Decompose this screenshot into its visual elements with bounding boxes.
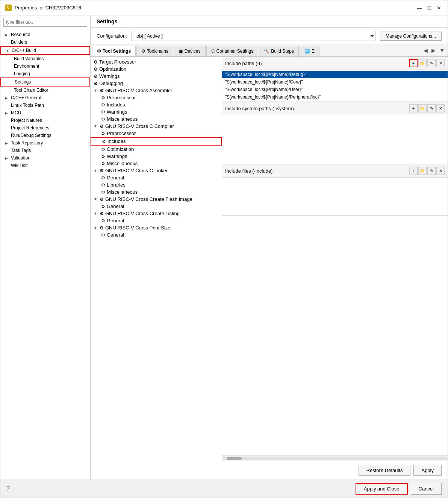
help-icon[interactable]: ? [6,486,10,492]
devices-icon: ▣ [179,49,183,54]
cancel-button[interactable]: Cancel [411,483,442,495]
include-files-list [222,178,448,215]
include-path-item-1[interactable]: "${workspace_loc:/${ProjName}/Debug}" [222,71,448,78]
tabs-menu-button[interactable]: ▼ [438,47,446,54]
tab-devices[interactable]: ▣ Devices [174,46,206,56]
tool-item-optimization-2[interactable]: ⚙ Optimization [91,146,222,153]
expand-icon: ▼ [94,197,98,201]
tool-item-misc-3[interactable]: ⚙ Miscellaneous [91,188,222,196]
sidebar-item-build-variables[interactable]: Build Variables [0,55,90,62]
sys-path-edit-button[interactable]: ✎ [427,104,436,112]
sidebar-item-mcu[interactable]: ▶ MCU [0,109,90,117]
apply-close-button[interactable]: Apply and Close [356,483,408,495]
tab-build-steps-label: Build Steps [271,49,294,54]
tool-item-gnu-c-compiler[interactable]: ▼ ⚙ GNU RISC-V Cross C Compiler [91,123,222,130]
sidebar-item-settings[interactable]: Settings [0,77,90,87]
sidebar-item-cpp-build[interactable]: ▼ C/C++ Build [0,46,90,55]
tab-container-settings[interactable]: ⬡ Container Settings [206,46,259,56]
sidebar-item-environment[interactable]: Environment [0,62,90,70]
tabs-back-button[interactable]: ◀ [422,47,429,54]
tool-item-debugging[interactable]: ⚙ Debugging [91,80,222,87]
include-path-item-4[interactable]: "${workspace_loc:/${ProjName}/Peripheral… [222,93,448,101]
close-button[interactable]: ✕ [435,4,443,12]
include-path-item-3[interactable]: "${workspace_loc:/${ProjName}/User}" [222,86,448,93]
tool-item-gnu-linker[interactable]: ▼ ⚙ GNU RISC-V Cross C Linker [91,167,222,174]
sidebar-item-task-repository[interactable]: ▶ Task Repository [0,139,90,147]
include-system-paths-list [222,115,448,164]
sys-path-add-button[interactable]: + [409,104,418,112]
include-path-add-ws-button[interactable]: 📁 [418,59,427,67]
sidebar-item-run-debug[interactable]: Run/Debug Settings [0,132,90,139]
tool-item-general-2[interactable]: ⚙ General [91,203,222,210]
tab-devices-label: Devices [185,49,201,54]
tool-item-gnu-print[interactable]: ▼ ⚙ GNU RISC-V Cross Print Size [91,224,222,231]
file-add-ws-button[interactable]: 📁 [418,167,427,175]
tool-item-preprocessor-2[interactable]: ⚙ Preprocessor [91,130,222,137]
sidebar-item-cpp-general[interactable]: ▶ C/C++ General [0,94,90,102]
include-path-delete-button[interactable]: ✕ [436,59,445,67]
tabs-forward-button[interactable]: ▶ [430,47,437,54]
file-add-button[interactable]: + [409,167,418,175]
maximize-button[interactable]: □ [425,4,433,12]
tool-item-gnu-flash[interactable]: ▼ ⚙ GNU RISC-V Cross Create Flash Image [91,196,222,203]
sidebar-item-linux-tools[interactable]: Linux Tools Path [0,102,90,109]
gear-icon: ⚙ [100,211,104,216]
sidebar-tree: ▶ Resource Builders ▼ C/C++ Build Build … [0,29,90,480]
tab-toolchains[interactable]: ⚙ Toolchains [136,46,173,56]
apply-button[interactable]: Apply [413,465,442,476]
tool-item-misc-1[interactable]: ⚙ Miscellaneous [91,115,222,123]
sys-path-add-ws-button[interactable]: 📁 [418,104,427,112]
include-files-header: Include files (-include) + 📁 ✎ ✕ [222,164,448,178]
tool-item-target-processor[interactable]: ⚙ Target Processor [91,58,222,65]
tab-e[interactable]: 🌐 E [300,46,319,56]
tab-tool-settings[interactable]: ⚙ Tool Settings [92,46,136,57]
window-title: Properties for CH32V203C8T6 [15,5,81,11]
include-files-tools: + 📁 ✎ ✕ [409,167,445,175]
tool-item-general-3[interactable]: ⚙ General [91,217,222,224]
sidebar-item-logging[interactable]: Logging [0,70,90,77]
tabs-row: ⚙ Tool Settings ⚙ Toolchains ▣ Devices ⬡… [91,44,448,57]
include-system-tools: + 📁 ✎ ✕ [409,104,445,112]
tool-item-warnings[interactable]: ⚙ Warnings [91,73,222,80]
tab-build-steps[interactable]: 🔨 Build Steps [259,46,299,56]
restore-defaults-button[interactable]: Restore Defaults [359,465,411,476]
tool-item-gnu-listing[interactable]: ▼ ⚙ GNU RISC-V Cross Create Listing [91,210,222,217]
sidebar-item-project-references[interactable]: Project References [0,124,90,132]
expand-icon: ▼ [94,169,98,173]
tool-item-optimization[interactable]: ⚙ Optimization [91,65,222,73]
gear-icon: ⚙ [101,154,105,159]
sys-path-delete-button[interactable]: ✕ [436,104,445,112]
filter-input[interactable] [3,18,87,27]
manage-configurations-button[interactable]: Manage Configurations... [380,32,442,41]
tool-item-preprocessor-1[interactable]: ⚙ Preprocessor [91,94,222,101]
tool-item-libraries[interactable]: ⚙ Libraries [91,181,222,188]
file-delete-button[interactable]: ✕ [436,167,445,175]
include-paths-list: "${workspace_loc:/${ProjName}/Debug}" "$… [222,70,448,102]
sidebar-item-validation[interactable]: ▶ Validation [0,154,90,162]
settings-title: Settings [97,18,117,24]
sidebar-item-toolchain-editor[interactable]: Tool Chain Editor [0,87,90,94]
tool-item-includes-1[interactable]: ⚙ Includes [91,101,222,108]
expand-icon: ▼ [94,124,98,128]
tool-item-warnings-1[interactable]: ⚙ Warnings [91,108,222,115]
sidebar-item-builders[interactable]: Builders [0,38,90,46]
include-path-add-button[interactable]: + [409,59,418,67]
horizontal-scrollbar[interactable] [222,455,448,461]
tool-item-warnings-2[interactable]: ⚙ Warnings [91,153,222,160]
tool-item-general-1[interactable]: ⚙ General [91,174,222,181]
include-paths-header: Include paths (-I) + 📁 ✎ ✕ [222,57,448,70]
sidebar-item-resource[interactable]: ▶ Resource [0,31,90,38]
include-path-edit-button[interactable]: ✎ [427,59,436,67]
sidebar-item-task-tags[interactable]: Task Tags [0,147,90,154]
sidebar-item-project-natures[interactable]: Project Natures [0,117,90,124]
expand-icon: ▼ [6,49,10,53]
include-path-item-2[interactable]: "${workspace_loc:/${ProjName}/Core}" [222,78,448,86]
sidebar-item-wikitext[interactable]: WikiText [0,162,90,169]
file-edit-button[interactable]: ✎ [427,167,436,175]
tool-item-general-4[interactable]: ⚙ General [91,231,222,238]
config-select[interactable]: obj [ Active ] [132,31,375,41]
tool-item-includes-2[interactable]: ⚙ Includes [91,137,222,146]
tool-item-misc-2[interactable]: ⚙ Miscellaneous [91,160,222,167]
tool-item-gnu-assembler[interactable]: ▼ ⚙ GNU RISC-V Cross Assembler [91,87,222,94]
minimize-button[interactable]: — [415,4,424,12]
